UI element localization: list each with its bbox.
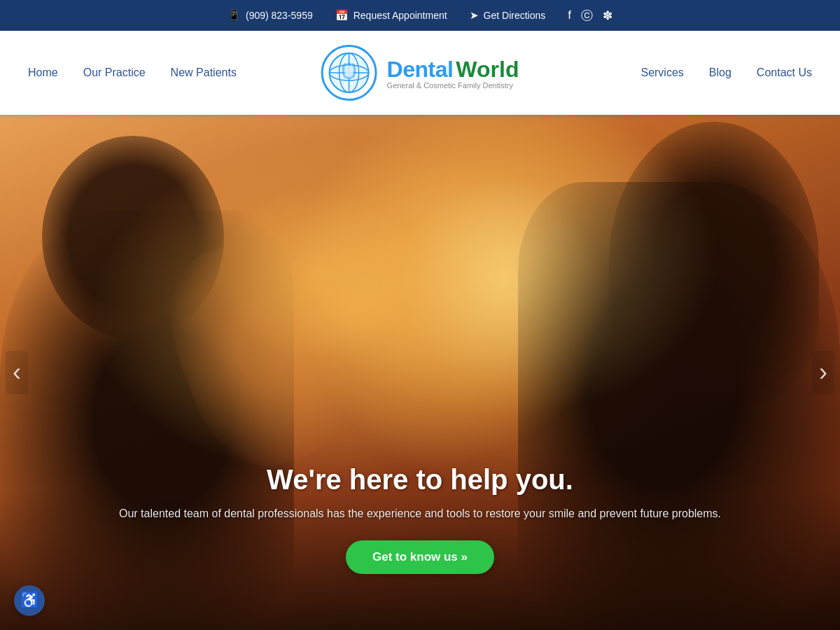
- slider-next-arrow[interactable]: ›: [812, 351, 834, 394]
- hero-title: We're here to help you.: [70, 464, 770, 496]
- yelp-icon[interactable]: ✽: [603, 8, 612, 23]
- appointment-link[interactable]: 📅 Request Appointment: [335, 9, 447, 22]
- social-links: f ⓒ ✽: [568, 8, 612, 24]
- nav-right: Services Blog Contact Us: [640, 66, 812, 79]
- nav-our-practice[interactable]: Our Practice: [83, 66, 146, 79]
- top-bar: 📱 (909) 823-5959 📅 Request Appointment ➤…: [0, 0, 840, 31]
- hero-subtitle: Our talented team of dental professional…: [70, 505, 770, 522]
- instagram-icon[interactable]: ⓒ: [581, 8, 593, 24]
- navbar: Home Our Practice New Patients: [0, 31, 840, 115]
- directions-label: Get Directions: [484, 10, 546, 21]
- accessibility-icon: ♿: [20, 592, 39, 610]
- nav-contact-us[interactable]: Contact Us: [757, 66, 812, 79]
- direction-icon: ➤: [470, 9, 479, 22]
- nav-home[interactable]: Home: [28, 66, 58, 79]
- nav-new-patients[interactable]: New Patients: [171, 66, 237, 79]
- hero-content: We're here to help you. Our talented tea…: [0, 464, 840, 574]
- nav-services[interactable]: Services: [640, 66, 683, 79]
- facebook-icon[interactable]: f: [568, 8, 571, 22]
- hero-cta-button[interactable]: Get to know us »: [346, 540, 494, 574]
- logo-text: Dental World General & Cosmetic Family D…: [387, 57, 519, 90]
- logo-subtitle-text: General & Cosmetic Family Dentistry: [387, 81, 513, 90]
- phone-number: (909) 823-5959: [246, 10, 313, 21]
- phone-icon: 📱: [227, 9, 241, 22]
- logo-world-text: World: [456, 57, 519, 83]
- appointment-label: Request Appointment: [354, 10, 447, 21]
- directions-link[interactable]: ➤ Get Directions: [470, 9, 546, 22]
- nav-blog[interactable]: Blog: [709, 66, 732, 79]
- accessibility-button[interactable]: ♿: [14, 585, 45, 616]
- slider-prev-arrow[interactable]: ‹: [6, 351, 28, 394]
- nav-left: Home Our Practice New Patients: [28, 66, 237, 79]
- calendar-icon: 📅: [335, 9, 349, 22]
- hero-section: ‹ › We're here to help you. Our talented…: [0, 115, 840, 630]
- logo[interactable]: Dental World General & Cosmetic Family D…: [321, 45, 519, 101]
- logo-dental-text: Dental: [387, 57, 454, 83]
- phone-link[interactable]: 📱 (909) 823-5959: [227, 9, 313, 22]
- logo-globe-circle: [321, 45, 377, 101]
- logo-globe-svg: [328, 51, 371, 94]
